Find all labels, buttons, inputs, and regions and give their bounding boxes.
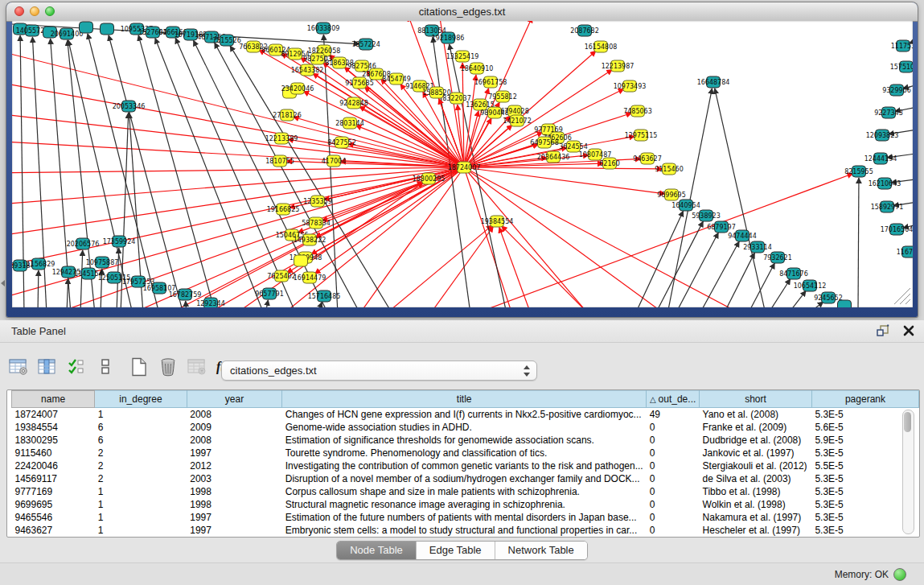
graph-node-teal[interactable]: 19218986 xyxy=(432,32,465,43)
graph-node-yellow[interactable]: 9115460 xyxy=(655,163,684,175)
graph-node-teal[interactable]: 15716485 xyxy=(308,290,341,302)
graph-node-teal[interactable]: 9227343 xyxy=(874,107,903,118)
citation-edge-black[interactable] xyxy=(655,221,703,307)
graph-node-teal[interactable]: 6879197 xyxy=(707,221,736,233)
graph-node-yellow[interactable]: 16154808 xyxy=(585,41,618,52)
graph-node-yellow[interactable]: 6497568 xyxy=(530,137,559,148)
table-row[interactable]: 2242004622012Investigating the contribut… xyxy=(12,459,919,472)
graph-node-yellow[interactable]: 2718126 xyxy=(273,109,302,121)
table-row[interactable]: 911546021997Tourette syndrome. Phenomeno… xyxy=(12,447,919,459)
graph-node-teal[interactable]: 5938923 xyxy=(692,210,721,221)
graph-node-yellow[interactable]: 19384554 xyxy=(481,216,514,227)
table-row[interactable]: 946554611997Estimation of the future num… xyxy=(12,511,919,524)
citation-edge-black[interactable] xyxy=(858,178,859,307)
graph-node-teal[interactable]: 20206576 xyxy=(67,238,100,249)
table-row[interactable]: 946362711997Embryonic stem cells: a mode… xyxy=(12,524,919,537)
graph-node-teal[interactable]: 7857224 xyxy=(351,39,380,50)
citation-edge-red[interactable] xyxy=(464,167,750,307)
table-row[interactable]: 1938455462009Genome-wide association stu… xyxy=(12,421,919,434)
tab-edge-table[interactable]: Edge Table xyxy=(416,542,495,559)
graph-node-yellow[interactable]: 16543382 xyxy=(291,64,324,76)
graph-node-yellow[interactable]: 16914479 xyxy=(294,272,326,283)
citation-edge-black[interactable] xyxy=(265,300,268,307)
citation-edge-black[interactable] xyxy=(318,303,322,307)
column-header-name[interactable]: name xyxy=(12,391,95,408)
graph-node-yellow[interactable]: 20364436 xyxy=(537,151,570,163)
graph-node-yellow[interactable]: 9175685 xyxy=(345,77,374,89)
citation-edge-black[interactable] xyxy=(635,211,684,307)
network-canvas[interactable]: 1405572420691406109553271527602646616010… xyxy=(12,21,913,307)
graph-node-teal[interactable]: 7932621 xyxy=(763,252,792,263)
scrollbar-thumb[interactable] xyxy=(904,412,911,432)
table-row[interactable]: 1872400712008Changes of HCN gene express… xyxy=(12,408,919,422)
graph-node-yellow[interactable]: 19166825 xyxy=(267,204,300,215)
column-header-year[interactable]: year xyxy=(187,391,282,408)
graph-node-teal[interactable]: 16648784 xyxy=(697,76,730,88)
graph-node-teal[interactable]: 16033809 xyxy=(307,23,340,34)
graph-node-teal[interactable]: 9329966 xyxy=(882,84,911,96)
citation-edge-red[interactable] xyxy=(12,50,464,167)
graph-node-teal[interactable]: 2087682 xyxy=(570,25,599,36)
graph-node-teal[interactable]: 9474444 xyxy=(728,230,757,241)
table-row[interactable]: 977716911998Corpus callosum shape and si… xyxy=(12,485,919,498)
graph-node-teal[interactable]: 116753 xyxy=(897,246,913,257)
graph-node-teal[interactable]: 17016504 xyxy=(881,224,913,235)
memory-status-indicator[interactable] xyxy=(893,568,906,581)
graph-node-yellow[interactable]: 14938222 xyxy=(294,234,326,245)
table-selector-combobox[interactable]: citations_edges.txt xyxy=(221,360,537,381)
tab-node-table[interactable]: Node Table xyxy=(337,542,416,559)
table-settings-icon[interactable] xyxy=(8,356,29,377)
graph-node-yellow[interactable]: 7625402 xyxy=(267,270,296,282)
graph-node-teal[interactable]: 10654112 xyxy=(794,280,827,291)
graph-node-yellow[interactable]: 9242848 xyxy=(339,97,368,109)
graph-node-yellow[interactable]: 12213389 xyxy=(265,133,298,144)
citation-edge-black[interactable] xyxy=(67,278,68,307)
graph-node-yellow[interactable] xyxy=(294,255,308,266)
citation-edge-black[interactable] xyxy=(700,241,739,307)
table-scrollbar[interactable] xyxy=(902,410,914,534)
graph-node-yellow[interactable]: 62160 xyxy=(599,158,619,169)
citation-edge-red[interactable] xyxy=(502,226,587,307)
table-row[interactable]: 1830029562008Estimation of significance … xyxy=(12,434,919,447)
citation-edge-black[interactable] xyxy=(155,38,264,307)
canvas-resize-handle[interactable] xyxy=(894,288,910,304)
graph-node-teal[interactable]: 7515526 xyxy=(212,35,241,46)
select-column-icon[interactable] xyxy=(37,356,58,377)
graph-node-yellow[interactable]: 1235359 xyxy=(303,196,332,207)
graph-node-yellow[interactable]: 12975115 xyxy=(625,130,658,141)
graph-node-teal[interactable]: 16210643 xyxy=(869,178,901,189)
graph-node-yellow[interactable]: 1421072 xyxy=(503,115,532,126)
citation-edge-red[interactable] xyxy=(12,167,464,268)
citation-edge-black[interactable] xyxy=(676,233,718,307)
citation-edge-black[interactable] xyxy=(715,89,766,307)
graph-node-yellow[interactable]: 18300295 xyxy=(413,173,446,184)
graph-node-yellow[interactable]: 12213987 xyxy=(602,60,634,72)
delete-table-trash-icon[interactable] xyxy=(158,356,179,377)
float-panel-icon[interactable] xyxy=(876,323,890,338)
citation-edge-red[interactable] xyxy=(386,225,492,307)
splitpane-collapse-arrow-icon[interactable] xyxy=(1,280,5,286)
graph-node-yellow[interactable]: 9699695 xyxy=(657,189,686,200)
graph-node-yellow[interactable]: 417004 xyxy=(322,155,347,167)
row-height-icon[interactable] xyxy=(95,356,116,377)
graph-node-yellow[interactable]: 16961758 xyxy=(474,76,507,88)
graph-node-yellow[interactable]: 9463627 xyxy=(633,153,662,164)
citation-edge-black[interactable] xyxy=(80,250,83,307)
citation-edge-black[interactable] xyxy=(788,290,806,307)
graph-node-teal[interactable]: 12093823 xyxy=(866,130,899,141)
column-header-out-de-[interactable]: △out_de... xyxy=(647,391,700,408)
citation-edge-red[interactable] xyxy=(464,167,513,307)
graph-node-teal[interactable]: 20053346 xyxy=(113,101,146,112)
combobox-stepper-icon[interactable] xyxy=(523,365,530,377)
graph-node-teal[interactable]: 12444194 xyxy=(864,153,897,164)
column-header-in-degree[interactable]: in_degree xyxy=(95,391,187,408)
table-row[interactable]: 1456911722003Disruption of a novel membe… xyxy=(12,472,919,485)
graph-node-teal[interactable]: 15751074 xyxy=(890,61,913,72)
column-header-short[interactable]: short xyxy=(700,391,812,408)
graph-node-yellow[interactable]: 13325419 xyxy=(446,51,479,62)
graph-node-teal[interactable]: 16782759 xyxy=(169,289,202,300)
citation-edge-black[interactable] xyxy=(38,270,39,307)
citation-edge-black[interactable] xyxy=(175,38,296,307)
citation-edge-black[interactable] xyxy=(808,302,823,307)
window-titlebar[interactable]: citations_edges.txt xyxy=(6,2,918,22)
